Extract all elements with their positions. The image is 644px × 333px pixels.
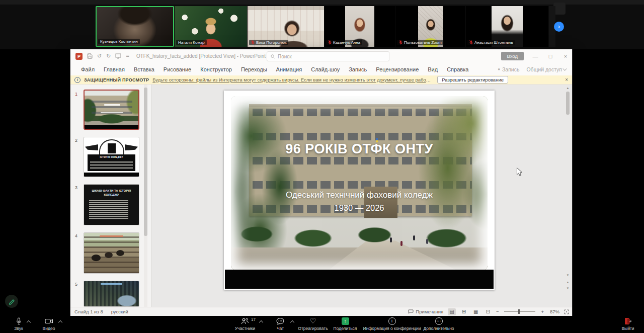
thumbnail-scrollbar[interactable] <box>144 85 147 307</box>
audio-button[interactable]: Звук <box>4 317 33 331</box>
slide-sorter-icon[interactable]: ⊞ <box>460 308 467 315</box>
thumbnail-photo <box>84 233 139 273</box>
participant-name: Казанчук Анна <box>333 40 360 45</box>
zoom-in-icon[interactable]: + <box>541 309 544 314</box>
participant-tile[interactable]: Вика Погоролюк <box>248 6 324 47</box>
scrollbar-thumb[interactable] <box>566 92 570 115</box>
participant-name-badge: Вика Погоролюк <box>249 40 288 45</box>
thumbnail-slide-5[interactable] <box>84 281 139 307</box>
record-button[interactable]: ● Запись <box>498 66 519 72</box>
zoom-slider[interactable] <box>504 311 535 312</box>
signin-button[interactable]: Вход <box>501 52 524 60</box>
participant-tile[interactable]: Казанчук Анна <box>325 6 395 47</box>
tab-help[interactable]: Справка <box>442 66 473 72</box>
tab-animations[interactable]: Анимация <box>272 66 307 72</box>
tab-file[interactable]: Файл <box>76 66 99 72</box>
thumbnail-slide-2[interactable]: ІСТОРІЯ КОЛЕДЖУ <box>84 137 139 177</box>
window-top-edge <box>0 0 644 5</box>
camera-icon <box>45 317 53 325</box>
next-slide-icon[interactable]: ▼ <box>565 286 571 291</box>
previous-slide-icon[interactable]: ▲ <box>565 280 571 285</box>
scroll-down-icon[interactable]: ▼ <box>565 273 571 278</box>
close-warning-icon[interactable]: × <box>565 77 568 82</box>
college-emblem <box>84 138 139 155</box>
annotation-pencil-button[interactable] <box>5 295 18 308</box>
share-button[interactable]: Общий доступ <box>526 66 567 72</box>
muted-mic-icon <box>328 40 332 45</box>
participant-tile[interactable]: Кузнецов Костянтин <box>96 6 174 47</box>
thumbnail-black-strip <box>84 173 139 177</box>
language-indicator[interactable]: русский <box>111 309 128 314</box>
ellipsis-icon: ⋯ <box>435 317 443 325</box>
tab-slideshow[interactable]: Слайд-шоу <box>306 66 344 72</box>
chevron-up-icon[interactable] <box>27 320 31 324</box>
leave-meeting-button[interactable]: Выйти <box>613 317 643 331</box>
mic-icon <box>16 317 22 325</box>
zoom-out-icon[interactable]: − <box>496 309 499 314</box>
thumbnail-number: 3 <box>75 185 77 190</box>
next-participants-button[interactable]: › <box>554 22 564 32</box>
thumbnail-title: ІСТОРІЯ КОЛЕДЖУ <box>88 156 136 158</box>
tab-review[interactable]: Рецензирование <box>371 66 423 72</box>
thumbnail-text-box: ІСТОРІЯ КОЛЕДЖУ <box>88 154 136 171</box>
zoom-toolbar: Звук Видео 17 Участники Чат ♡ Отреагиров… <box>0 316 644 333</box>
participant-name-badge: Пользователь Zoom <box>397 40 444 45</box>
slideshow-view-icon[interactable]: ⊡ <box>484 308 491 315</box>
zoom-percent[interactable]: 87% <box>548 309 559 314</box>
search-box[interactable]: Поиск <box>267 51 389 61</box>
slide-canvas[interactable]: 96 РОКІВ ОТФК ОНТУ Одеський технічний фа… <box>224 91 495 290</box>
chevron-down-icon <box>562 66 567 70</box>
save-icon[interactable] <box>87 53 93 59</box>
chevron-right-icon: › <box>558 23 560 30</box>
tab-home[interactable]: Главная <box>99 66 129 72</box>
photo-vignette <box>231 96 488 270</box>
minimize-button[interactable]: — <box>532 53 539 59</box>
present-icon[interactable] <box>115 53 121 59</box>
chevron-up-icon[interactable] <box>259 320 263 324</box>
chevron-up-icon[interactable] <box>58 320 62 324</box>
zoom-slider-thumb[interactable] <box>518 309 520 314</box>
tab-insert[interactable]: Вставка <box>129 66 159 72</box>
participant-tile[interactable]: Пользователь Zoom <box>395 6 465 47</box>
notes-button[interactable]: Примечания <box>408 309 443 314</box>
participant-name: Анастасія Штомпель <box>474 40 513 45</box>
reading-view-icon[interactable]: ▦ <box>472 308 479 315</box>
tab-view[interactable]: Вид <box>423 66 442 72</box>
thumbnail-slide-1[interactable] <box>84 90 139 130</box>
scroll-up-icon[interactable]: ▲ <box>565 86 571 91</box>
participants-button[interactable]: 17 Участники <box>223 317 267 331</box>
video-button[interactable]: Видео <box>34 317 63 331</box>
participant-name: Пользователь Zoom <box>404 40 442 45</box>
thumbnail-slide-4[interactable] <box>84 232 139 274</box>
tab-draw[interactable]: Рисование <box>159 66 196 72</box>
enable-editing-button[interactable]: Разрешить редактирование <box>437 76 508 84</box>
window-title: OTFK_history_facts_added [Protected View… <box>136 53 266 59</box>
slide-scrollbar[interactable]: ▲ ▼ ▲ ▼ <box>565 86 571 306</box>
participant-tile[interactable]: Анастасія Штомпель <box>466 6 548 47</box>
participant-name: Вика Погоролюк <box>256 40 286 45</box>
participant-tile[interactable]: Наталя Комар <box>175 6 247 47</box>
participant-name: Кузнецов Костянтин <box>100 39 138 44</box>
muted-mic-icon <box>469 40 473 45</box>
close-button[interactable]: × <box>562 53 569 59</box>
thumbnail-number: 1 <box>75 92 77 97</box>
scrollbar-thumb[interactable] <box>144 88 147 236</box>
normal-view-icon[interactable]: ▤ <box>448 308 455 315</box>
slide-thumbnail-panel: 1 2 3 4 5 <box>70 85 151 307</box>
thumbnail-slide-3[interactable]: ЦІКАВІ ФАКТИ ТА ІСТОРІЯ КОЛЕДЖУ <box>84 184 139 225</box>
maximize-button[interactable]: □ <box>547 53 554 59</box>
redo-icon[interactable]: ↻ <box>106 53 111 59</box>
tab-transitions[interactable]: Переходы <box>236 66 272 72</box>
thumbnail-subtitle-line <box>101 112 123 113</box>
participant-name-badge: Наталя Комар <box>176 40 207 45</box>
tab-record[interactable]: Запись <box>344 66 371 72</box>
fit-to-window-icon[interactable] <box>564 309 569 314</box>
more-button[interactable]: ⋯ Дополнительно <box>409 317 469 331</box>
tab-design[interactable]: Конструктор <box>196 66 236 72</box>
emblem-door <box>108 143 116 153</box>
undo-icon[interactable]: ↺ <box>97 53 102 59</box>
customize-qat-icon[interactable]: = <box>126 53 129 59</box>
zoom-video-strip: Кузнецов Костянтин Наталя Комар Вика Пог… <box>0 0 644 49</box>
participant-name: Наталя Комар <box>178 40 205 45</box>
ribbon-tabs: Файл Главная Вставка Рисование Конструкт… <box>70 63 572 75</box>
